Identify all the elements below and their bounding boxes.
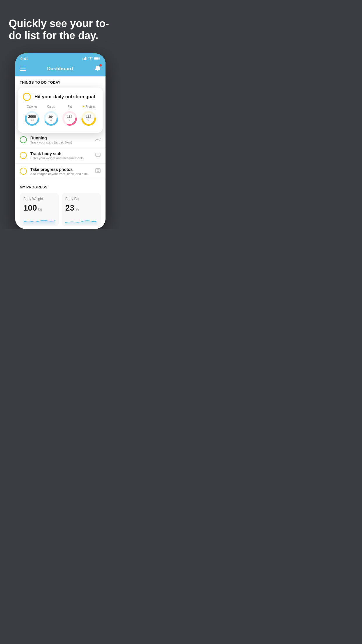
nav-title: Dashboard bbox=[47, 66, 73, 72]
svg-rect-1 bbox=[84, 58, 85, 60]
svg-text:cal: cal bbox=[31, 119, 34, 121]
svg-rect-6 bbox=[94, 57, 99, 60]
body-stats-subtitle: Enter your weight and measurements bbox=[30, 156, 92, 160]
notification-dot bbox=[99, 64, 102, 66]
progress-photos-check-circle[interactable] bbox=[20, 168, 27, 175]
body-weight-number: 100 bbox=[23, 203, 37, 213]
todo-body-stats[interactable]: Track body stats Enter your weight and m… bbox=[15, 148, 106, 164]
progress-photos-subtitle: Add images of your front, back, and side bbox=[30, 172, 92, 176]
status-time: 9:41 bbox=[20, 57, 28, 61]
svg-rect-2 bbox=[85, 57, 86, 60]
app-content: THINGS TO DO TODAY Hit your daily nutrit… bbox=[15, 76, 106, 229]
svg-text:2000: 2000 bbox=[28, 115, 36, 119]
hero-title: Quickly see your to-do list for the day. bbox=[9, 18, 112, 42]
body-fat-unit: % bbox=[75, 207, 79, 211]
body-fat-value: 23 % bbox=[65, 203, 97, 213]
body-fat-number: 23 bbox=[65, 203, 74, 213]
svg-text:g: g bbox=[50, 119, 52, 121]
svg-text:g: g bbox=[69, 119, 70, 121]
star-icon: ★ bbox=[82, 105, 85, 108]
nutrition-card[interactable]: Hit your daily nutrition goal Calories 2… bbox=[18, 88, 103, 133]
nutrition-card-title: Hit your daily nutrition goal bbox=[23, 93, 98, 101]
hamburger-icon[interactable] bbox=[20, 67, 26, 71]
things-to-do-header: THINGS TO DO TODAY bbox=[15, 76, 106, 88]
hero-section: Quickly see your to-do list for the day. bbox=[0, 0, 121, 48]
wifi-icon bbox=[88, 57, 93, 61]
progress-photos-icon bbox=[95, 168, 101, 175]
nutrition-title-text: Hit your daily nutrition goal bbox=[34, 94, 95, 99]
svg-point-29 bbox=[98, 170, 99, 171]
bell-icon[interactable] bbox=[94, 65, 101, 73]
progress-header: MY PROGRESS bbox=[20, 185, 101, 189]
running-title: Running bbox=[30, 136, 92, 140]
svg-rect-5 bbox=[100, 58, 100, 59]
signal-icon bbox=[82, 57, 87, 61]
nutrition-circles: Calories 2000 cal Carbs bbox=[23, 105, 98, 127]
protein-label: ★ Protein bbox=[82, 105, 95, 108]
todo-running[interactable]: Running Track your stats (target: 5km) bbox=[15, 132, 106, 148]
body-fat-title: Body Fat bbox=[65, 197, 97, 201]
status-bar: 9:41 bbox=[15, 53, 106, 63]
body-stats-text: Track body stats Enter your weight and m… bbox=[30, 151, 92, 160]
battery-icon bbox=[94, 57, 100, 61]
body-weight-title: Body Weight bbox=[23, 197, 55, 201]
calories-label: Calories bbox=[27, 105, 38, 108]
progress-photos-text: Take progress photos Add images of your … bbox=[30, 167, 92, 176]
nav-bar: Dashboard bbox=[15, 63, 106, 76]
body-weight-card[interactable]: Body Weight 100 kg bbox=[20, 193, 59, 226]
svg-text:g: g bbox=[88, 119, 89, 121]
svg-text:164: 164 bbox=[48, 115, 54, 118]
running-subtitle: Track your stats (target: 5km) bbox=[30, 141, 92, 144]
page-wrapper: Quickly see your to-do list for the day.… bbox=[0, 0, 121, 229]
svg-text:164: 164 bbox=[86, 115, 92, 118]
running-icon bbox=[95, 137, 101, 143]
body-fat-card[interactable]: Body Fat 23 % bbox=[62, 193, 101, 226]
todo-list: Running Track your stats (target: 5km) bbox=[15, 132, 106, 179]
progress-section: MY PROGRESS Body Weight 100 kg bbox=[15, 179, 106, 229]
running-check-circle[interactable] bbox=[20, 136, 27, 143]
body-weight-unit: kg bbox=[38, 207, 42, 211]
body-stats-check-circle[interactable] bbox=[20, 152, 27, 159]
progress-photos-title: Take progress photos bbox=[30, 167, 92, 172]
carbs-label: Carbs bbox=[47, 105, 55, 108]
body-stats-icon bbox=[95, 153, 101, 159]
phone-mockup: 9:41 Dashboard bbox=[15, 53, 106, 229]
body-weight-value: 100 kg bbox=[23, 203, 55, 213]
svg-rect-0 bbox=[82, 58, 83, 60]
fat-label: Fat bbox=[68, 105, 72, 108]
nutrition-check-circle[interactable] bbox=[23, 93, 31, 101]
svg-rect-3 bbox=[87, 57, 87, 60]
nutrition-calories: Calories 2000 cal bbox=[24, 105, 41, 127]
todo-progress-photos[interactable]: Take progress photos Add images of your … bbox=[15, 164, 106, 179]
body-stats-title: Track body stats bbox=[30, 151, 92, 156]
nutrition-carbs: Carbs 164 g bbox=[43, 105, 59, 127]
progress-cards: Body Weight 100 kg bbox=[20, 193, 101, 226]
running-text: Running Track your stats (target: 5km) bbox=[30, 136, 92, 144]
status-icons bbox=[82, 57, 100, 61]
svg-text:164: 164 bbox=[67, 115, 73, 118]
nutrition-protein: ★ Protein 164 g bbox=[80, 105, 97, 127]
nutrition-fat: Fat 164 g bbox=[61, 105, 78, 127]
